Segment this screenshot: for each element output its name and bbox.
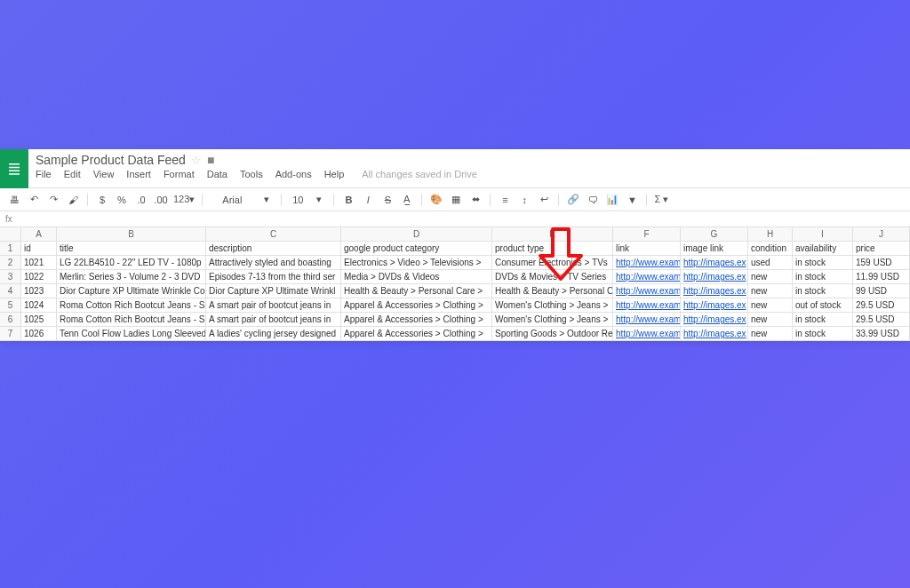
cell-price[interactable]: 33.99 USD [853,327,910,340]
cell-description[interactable]: Episodes 7-13 from the third ser [206,270,341,283]
cell-link[interactable]: http://www.exam [613,270,681,283]
cell-gpc[interactable]: Health & Beauty > Personal Care > [341,284,492,298]
cell-gpc[interactable]: Media > DVDs & Videos [341,270,492,283]
cell-image-link[interactable]: http://images.ex [681,284,748,298]
number-format-icon[interactable]: 123▾ [173,192,195,208]
col-header-c[interactable]: C [206,227,341,241]
cell-link[interactable]: http://www.exam [613,327,681,340]
col-header-e[interactable]: E [492,227,613,241]
col-header-a[interactable]: A [21,227,57,241]
menu-data[interactable]: Data [207,169,228,179]
align-icon[interactable]: ≡ [498,192,512,208]
percent-icon[interactable]: % [115,192,129,208]
borders-icon[interactable]: ▦ [449,192,463,208]
row-header[interactable]: 5 [0,298,21,312]
cell-price[interactable]: 11.99 USD [853,270,910,283]
cell-product-type[interactable]: Consumer Electronics > TVs [492,256,613,269]
document-title[interactable]: Sample Product Data Feed [36,153,186,167]
menu-insert[interactable]: Insert [126,169,151,179]
cell-title[interactable]: Tenn Cool Flow Ladies Long Sleeved [57,327,206,340]
corner-cell[interactable] [0,227,21,241]
cell-image-link[interactable]: http://images.ex [681,256,748,269]
menu-format[interactable]: Format [164,169,195,179]
col-header-i[interactable]: I [793,227,853,241]
cell-link[interactable]: http://www.exam [613,313,681,326]
cell-condition[interactable]: new [748,284,793,298]
cell-id[interactable]: 1026 [21,327,57,340]
italic-icon[interactable]: I [361,192,375,208]
bold-icon[interactable]: B [341,192,355,208]
cell-condition[interactable]: new [748,313,793,326]
print-icon[interactable]: 🖶 [7,192,21,208]
paint-format-icon[interactable]: 🖌 [66,192,80,208]
row-header[interactable]: 6 [0,313,21,326]
cell-link[interactable]: http://www.exam [613,284,681,298]
menu-help[interactable]: Help [324,169,345,179]
cell-condition[interactable]: used [748,256,793,269]
cell-description[interactable]: A smart pair of bootcut jeans in [206,313,341,326]
cell-gpc[interactable]: Electronics > Video > Televisions > [341,256,492,269]
cell-availability[interactable]: in stock [793,256,853,269]
cell-header-description[interactable]: description [206,242,341,255]
link-icon[interactable]: 🔗 [566,192,580,208]
star-icon[interactable]: ☆ [191,154,202,167]
formula-bar[interactable]: fx [0,211,910,227]
cell-header-link[interactable]: link [613,242,681,255]
cell-price[interactable]: 29.5 USD [853,313,910,326]
valign-icon[interactable]: ↕ [517,192,531,208]
menu-tools[interactable]: Tools [240,169,263,179]
col-header-f[interactable]: F [613,227,681,241]
cell-product-type[interactable]: Health & Beauty > Personal C [492,284,613,298]
font-size[interactable]: 10 [289,192,307,208]
chart-icon[interactable]: 📊 [605,192,619,208]
currency-icon[interactable]: $ [95,192,109,208]
menu-edit[interactable]: Edit [64,169,81,179]
menu-view[interactable]: View [93,169,115,179]
row-header[interactable]: 4 [0,284,21,298]
menu-addons[interactable]: Add-ons [275,169,312,179]
cell-title[interactable]: LG 22LB4510 - 22" LED TV - 1080p [57,256,206,269]
col-header-h[interactable]: H [748,227,793,241]
size-dropdown-icon[interactable]: ▾ [312,192,326,208]
redo-icon[interactable]: ↷ [46,192,60,208]
cell-condition[interactable]: new [748,327,793,340]
functions-icon[interactable]: Σ ▾ [654,192,668,208]
col-header-b[interactable]: B [57,227,206,241]
cell-price[interactable]: 159 USD [853,256,910,269]
filter-icon[interactable]: ▼ [625,192,639,208]
wrap-icon[interactable]: ↩ [537,192,551,208]
cell-id[interactable]: 1021 [21,256,57,269]
cell-product-type[interactable]: Sporting Goods > Outdoor Re [492,327,613,340]
cell-title[interactable]: Dior Capture XP Ultimate Wrinkle Co [57,284,206,298]
cell-title[interactable]: Roma Cotton Rich Bootcut Jeans - S [57,298,206,312]
cell-header-id[interactable]: id [21,242,57,255]
cell-gpc[interactable]: Apparel & Accessories > Clothing > [341,313,492,326]
cell-price[interactable]: 99 USD [853,284,910,298]
cell-description[interactable]: A ladies' cycling jersey designed [206,327,341,340]
cell-header-gpc[interactable]: google product category [341,242,492,255]
cell-description[interactable]: Dior Capture XP Ultimate Wrinkl [206,284,341,298]
cell-price[interactable]: 29.5 USD [853,298,910,312]
col-header-d[interactable]: D [341,227,492,241]
comment-icon[interactable]: 🗨 [586,192,600,208]
cell-header-price[interactable]: price [853,242,910,255]
menu-file[interactable]: File [36,169,52,179]
row-header[interactable]: 3 [0,270,21,283]
cell-gpc[interactable]: Apparel & Accessories > Clothing > [341,327,492,340]
folder-icon[interactable]: ■ [207,153,214,167]
font-selector[interactable]: Arial [210,192,254,208]
col-header-j[interactable]: J [853,227,910,241]
cell-availability[interactable]: in stock [793,284,853,298]
cell-availability[interactable]: in stock [793,270,853,283]
cell-id[interactable]: 1022 [21,270,57,283]
sheets-app-icon[interactable] [0,149,28,188]
cell-header-product-type[interactable]: product type [492,242,613,255]
cell-availability[interactable]: in stock [793,327,853,340]
cell-image-link[interactable]: http://images.ex [681,270,748,283]
font-dropdown-icon[interactable]: ▾ [259,192,274,208]
cell-description[interactable]: A smart pair of bootcut jeans in [206,298,341,312]
text-color-icon[interactable]: A̲ [400,192,414,208]
cell-title[interactable]: Merlin: Series 3 - Volume 2 - 3 DVD [57,270,206,283]
cell-availability[interactable]: out of stock [793,298,853,312]
cell-image-link[interactable]: http://images.ex [681,298,748,312]
